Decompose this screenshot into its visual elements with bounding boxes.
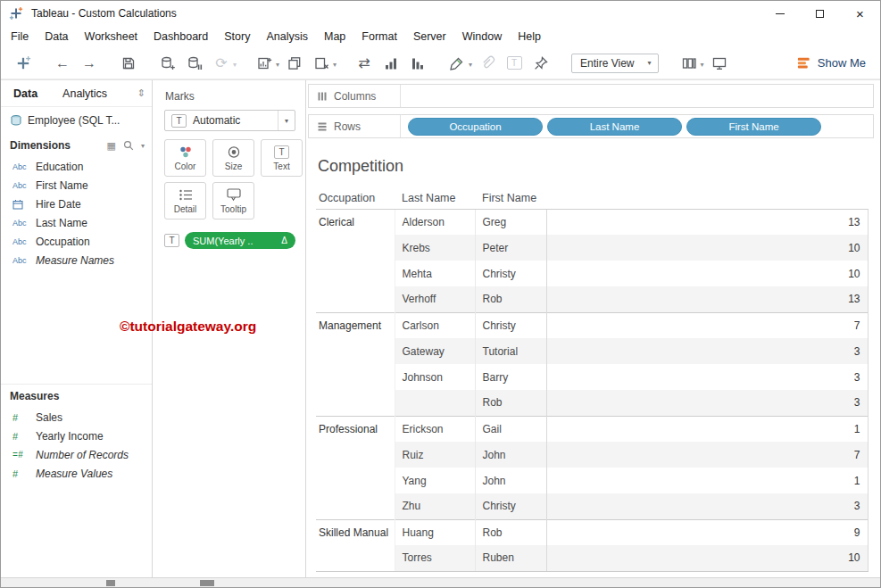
last-name-cell[interactable]: Zhu [395,493,475,519]
duplicate-sheet-button[interactable] [284,52,305,75]
swap-rows-columns-button[interactable]: ⇄ [353,52,375,75]
last-name-cell[interactable]: Torres [395,545,475,571]
menu-file[interactable]: File [3,30,37,43]
dimension-education[interactable]: AbcEducation [1,157,152,176]
occupation-cell[interactable] [316,390,395,416]
tooltip-button[interactable]: Tooltip [212,182,254,219]
pill-last-name[interactable]: Last Name [547,118,682,136]
occupation-cell[interactable] [316,261,395,286]
menu-worksheet[interactable]: Worksheet [77,30,146,43]
header-occupation[interactable]: Occupation [316,187,395,209]
occupation-cell[interactable]: Management [316,312,395,338]
first-name-cell[interactable]: Greg [475,209,546,235]
menu-map[interactable]: Map [316,30,353,43]
columns-shelf[interactable]: Columns [308,84,874,108]
first-name-cell[interactable]: Rob [475,519,546,545]
dropdown-caret[interactable]: ▾ [333,61,337,69]
last-name-cell[interactable]: Johnson [395,364,475,390]
value-cell[interactable]: 10 [546,545,868,571]
new-data-source-button[interactable] [157,52,179,75]
group-members-button[interactable] [477,52,498,75]
value-cell[interactable]: 13 [546,286,868,312]
save-button[interactable] [118,52,139,75]
rows-shelf[interactable]: Rows OccupationLast NameFirst Name [308,114,874,138]
header-last-name[interactable]: Last Name [395,187,475,209]
occupation-cell[interactable] [316,493,395,519]
value-cell[interactable]: 1 [546,416,868,442]
clear-sheet-button[interactable] [311,52,332,75]
value-cell[interactable]: 13 [546,209,868,235]
last-name-cell[interactable]: Mehta [395,261,475,286]
start-page-button[interactable] [12,52,34,75]
menu-analysis[interactable]: Analysis [258,30,316,43]
first-name-cell[interactable]: John [475,468,546,493]
last-name-cell[interactable]: Gateway [395,338,475,364]
mark-type-dropdown[interactable]: T Automatic ▾ [164,110,295,131]
fit-selector[interactable]: Entire View ▾ [571,54,659,73]
size-button[interactable]: Size [212,139,254,177]
dimension-occupation[interactable]: AbcOccupation [1,232,152,251]
show-hide-cards-button[interactable] [678,52,700,75]
occupation-cell[interactable] [316,338,395,364]
last-name-cell[interactable]: Yang [395,468,475,493]
dropdown-caret[interactable]: ▾ [276,61,279,69]
measure-yearly-income[interactable]: #Yearly Income [1,427,152,445]
dropdown-caret[interactable]: ▾ [701,61,704,69]
first-name-cell[interactable]: Barry [475,364,546,390]
menu-help[interactable]: Help [510,30,549,43]
view-as-grid-icon[interactable]: ▦ [107,140,116,152]
text-button[interactable]: T Text [261,139,303,177]
first-name-cell[interactable]: Ruben [475,545,546,571]
value-cell[interactable]: 10 [546,261,868,286]
last-name-cell[interactable]: Huang [395,519,475,545]
last-name-cell[interactable]: Erickson [395,416,475,442]
pill-first-name[interactable]: First Name [686,118,821,136]
data-source-item[interactable]: Employee (SQL T... [1,108,152,132]
value-cell[interactable]: 9 [546,519,868,545]
last-name-cell[interactable]: Ruiz [395,442,475,468]
show-me-button[interactable]: Show Me [796,55,866,70]
dropdown-caret[interactable]: ▾ [233,61,237,69]
dimension-first-name[interactable]: AbcFirst Name [1,176,152,195]
first-name-cell[interactable]: Rob [475,390,546,416]
pause-auto-updates-button[interactable] [184,52,205,75]
last-name-cell[interactable]: Krebs [395,235,475,261]
value-cell[interactable]: 1 [546,468,868,493]
occupation-cell[interactable] [316,468,395,493]
occupation-cell[interactable] [316,545,395,571]
minimize-button[interactable] [760,1,800,26]
occupation-cell[interactable] [316,286,395,312]
value-cell[interactable]: 3 [546,364,868,390]
first-name-cell[interactable]: John [475,442,546,468]
pane-splitter-icon[interactable]: ⇕ [137,87,145,99]
show-mark-labels-button[interactable]: T [503,52,525,75]
scroll-segment[interactable] [200,580,214,586]
dimension-hire-date[interactable]: Hire Date [1,195,152,213]
occupation-cell[interactable] [316,364,395,390]
menu-data[interactable]: Data [37,30,76,43]
dimension-measure-names[interactable]: AbcMeasure Names [1,251,152,269]
occupation-cell[interactable]: Professional [316,416,395,442]
new-worksheet-button[interactable] [253,52,275,75]
menu-format[interactable]: Format [353,30,405,43]
first-name-cell[interactable]: Tutorial [475,338,546,364]
measure-pill-sum-yearly[interactable]: SUM(Yearly .. Δ [185,232,295,249]
presentation-mode-button[interactable] [709,52,730,75]
last-name-cell[interactable]: Carlson [395,312,475,338]
first-name-cell[interactable]: Christy [475,493,546,519]
first-name-cell[interactable]: Christy [475,312,546,338]
maximize-button[interactable] [800,1,840,26]
sort-ascending-button[interactable] [380,52,402,75]
color-button[interactable]: Color [164,139,206,177]
first-name-cell[interactable]: Peter [475,235,546,261]
occupation-cell[interactable]: Clerical [316,209,395,235]
menu-dashboard[interactable]: Dashboard [145,30,216,43]
redo-button[interactable]: → [79,52,100,75]
detail-button[interactable]: Detail [164,182,206,219]
search-icon[interactable] [123,140,134,151]
pill-occupation[interactable]: Occupation [408,118,543,136]
last-name-cell[interactable]: Verhoff [395,286,475,312]
fix-axes-button[interactable] [530,52,552,75]
first-name-cell[interactable]: Christy [475,261,546,286]
measure-sales[interactable]: #Sales [1,408,152,427]
